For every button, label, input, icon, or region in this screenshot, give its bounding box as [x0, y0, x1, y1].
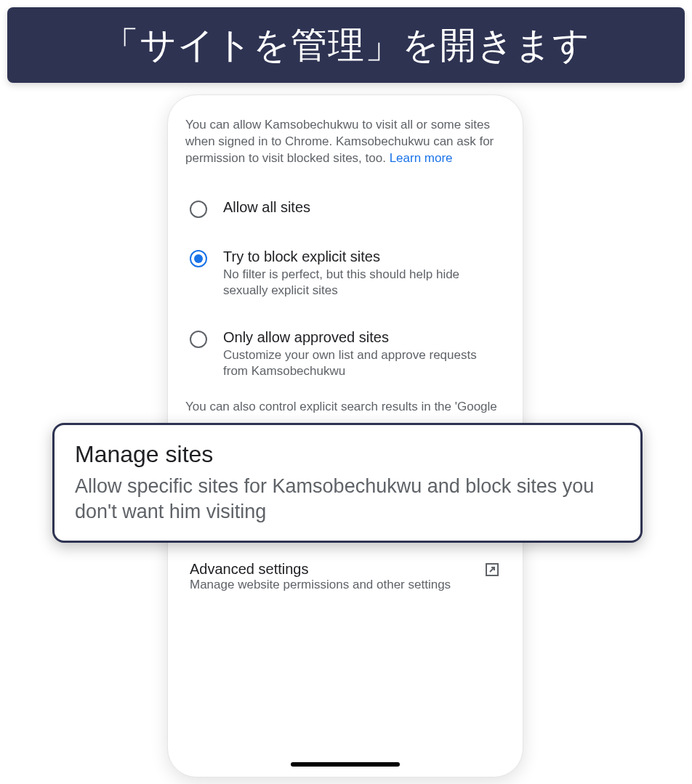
- intro-text: You can allow Kamsobechukwu to visit all…: [185, 117, 505, 167]
- control-results-text: You can also control explicit search res…: [185, 400, 505, 414]
- radio-label-group: Only allow approved sites Customize your…: [223, 329, 501, 379]
- manage-sites-callout-desc: Allow specific sites for Kamsobechukwu a…: [75, 474, 620, 525]
- radio-block-explicit[interactable]: Try to block explicit sites No filter is…: [185, 238, 505, 309]
- instruction-banner: 「サイトを管理」を開きます: [7, 7, 685, 83]
- radio-approved-only[interactable]: Only allow approved sites Customize your…: [185, 319, 505, 389]
- manage-sites-callout: Manage sites Allow specific sites for Ka…: [52, 423, 643, 543]
- radio-icon: [190, 201, 207, 218]
- radio-dot-icon: [194, 254, 203, 263]
- radio-approved-only-title: Only allow approved sites: [223, 329, 501, 346]
- advanced-settings-title: Advanced settings: [190, 561, 470, 578]
- radio-approved-only-desc: Customize your own list and approve requ…: [223, 347, 501, 379]
- open-external-icon: [483, 561, 501, 578]
- radio-icon: [190, 331, 207, 348]
- radio-label-group: Allow all sites: [223, 199, 501, 216]
- radio-allow-all-title: Allow all sites: [223, 199, 501, 216]
- instruction-banner-text: 「サイトを管理」を開きます: [102, 25, 590, 65]
- radio-label-group: Try to block explicit sites No filter is…: [223, 248, 501, 299]
- advanced-settings-row[interactable]: Advanced settings Manage website permiss…: [185, 548, 505, 599]
- radio-allow-all[interactable]: Allow all sites: [185, 189, 505, 228]
- radio-block-explicit-title: Try to block explicit sites: [223, 248, 501, 265]
- radio-block-explicit-desc: No filter is perfect, but this should he…: [223, 267, 501, 299]
- advanced-text: Advanced settings Manage website permiss…: [190, 561, 470, 592]
- radio-icon-selected: [190, 250, 207, 267]
- home-indicator[interactable]: [291, 762, 400, 767]
- manage-sites-callout-title: Manage sites: [75, 441, 620, 468]
- learn-more-link[interactable]: Learn more: [390, 151, 453, 165]
- advanced-settings-desc: Manage website permissions and other set…: [190, 578, 470, 592]
